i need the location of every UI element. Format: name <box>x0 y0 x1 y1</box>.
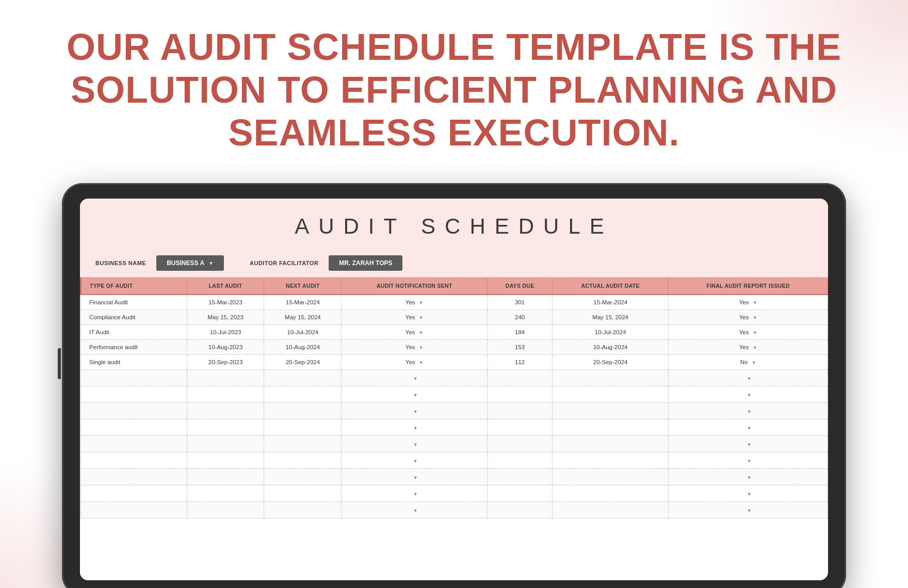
cell-notification[interactable]: Yes ▼ <box>342 355 488 370</box>
empty-cell-last <box>187 502 264 518</box>
empty-cell-report[interactable]: ▼ <box>669 403 828 419</box>
empty-cell-notif[interactable]: ▼ <box>342 436 488 452</box>
meta-info-row: BUSINESS NAME BUSINESS A ▼ AUDITOR FACIL… <box>80 249 828 277</box>
cell-type: IT Audit <box>81 325 187 340</box>
empty-cell-next <box>264 469 342 485</box>
cell-report-issued[interactable]: Yes ▼ <box>669 340 828 355</box>
empty-cell-notif[interactable]: ▼ <box>342 485 488 502</box>
business-dropdown-arrow: ▼ <box>208 260 214 266</box>
empty-cell-days <box>488 370 553 386</box>
cell-last-audit: May 15, 2023 <box>187 310 264 325</box>
cell-actual-date: 20-Sep-2024 <box>552 355 668 370</box>
cell-report-issued[interactable]: No ▼ <box>669 355 828 370</box>
empty-cell-days <box>488 403 553 419</box>
spreadsheet-title: AUDIT SCHEDULE <box>80 214 828 239</box>
col-notification-sent: AUDIT NOTIFICATION SENT <box>342 277 488 295</box>
empty-cell-report[interactable]: ▼ <box>669 469 828 485</box>
col-actual-date: ACTUAL AUDIT DATE <box>552 277 668 295</box>
empty-cell-next <box>264 436 342 452</box>
empty-cell-days <box>488 469 553 485</box>
cell-days-due: 153 <box>488 340 553 355</box>
cell-actual-date: 10-Aug-2024 <box>552 340 668 355</box>
cell-actual-date: May 15, 2024 <box>552 310 668 325</box>
empty-cell-days <box>488 502 553 518</box>
empty-table-row: ▼ ▼ <box>81 419 828 436</box>
empty-cell-last <box>187 419 264 436</box>
empty-cell-actual <box>552 502 668 518</box>
empty-cell-actual <box>552 386 668 403</box>
cell-report-issued[interactable]: Yes ▼ <box>669 325 828 340</box>
cell-notification[interactable]: Yes ▼ <box>342 310 488 325</box>
cell-notification[interactable]: Yes ▼ <box>342 295 488 310</box>
empty-table-row: ▼ ▼ <box>81 436 828 452</box>
empty-table-row: ▼ ▼ <box>81 403 828 419</box>
empty-table-row: ▼ ▼ <box>81 485 828 502</box>
empty-cell-actual <box>552 419 668 436</box>
cell-notification[interactable]: Yes ▼ <box>342 325 488 340</box>
empty-cell-type <box>81 386 187 403</box>
table-row: Financial Audit 15-Mar-2023 15-Mar-2024 … <box>81 295 828 310</box>
empty-cell-report[interactable]: ▼ <box>669 452 828 469</box>
empty-cell-type <box>81 452 187 469</box>
empty-cell-type <box>81 403 187 419</box>
cell-report-issued[interactable]: Yes ▼ <box>669 310 828 325</box>
cell-next-audit: 20-Sep-2024 <box>264 355 342 370</box>
col-days-due: DAYS DUE <box>488 277 553 295</box>
empty-cell-notif[interactable]: ▼ <box>342 502 488 518</box>
col-report-issued: FINAL AUDIT REPORT ISSUED <box>669 277 828 295</box>
cell-last-audit: 10-Aug-2023 <box>187 340 264 355</box>
cell-report-issued[interactable]: Yes ▼ <box>669 295 828 310</box>
auditor-label: AUDITOR FACILITATOR <box>250 260 318 266</box>
empty-cell-notif[interactable]: ▼ <box>342 386 488 403</box>
empty-cell-report[interactable]: ▼ <box>669 419 828 436</box>
cell-actual-date: 10-Jul-2024 <box>552 325 668 340</box>
empty-cell-type <box>81 370 187 386</box>
business-name-label: BUSINESS NAME <box>95 260 146 266</box>
empty-cell-type <box>81 469 187 485</box>
empty-cell-last <box>187 436 264 452</box>
table-row: Compliance Audit May 15, 2023 May 15, 20… <box>81 310 828 325</box>
tablet-device: AUDIT SCHEDULE BUSINESS NAME BUSINESS A … <box>62 183 846 588</box>
empty-cell-actual <box>552 436 668 452</box>
cell-type: Single audit <box>81 355 187 370</box>
tablet-side-button <box>58 348 61 379</box>
empty-cell-report[interactable]: ▼ <box>669 502 828 518</box>
cell-type: Financial Audit <box>81 295 187 310</box>
table-row: Single audit 20-Sep-2023 20-Sep-2024 Yes… <box>81 355 828 370</box>
empty-cell-next <box>264 502 342 518</box>
empty-cell-actual <box>552 452 668 469</box>
empty-cell-report[interactable]: ▼ <box>669 436 828 452</box>
hero-title: OUR AUDIT SCHEDULE TEMPLATE IS THE SOLUT… <box>0 0 908 169</box>
empty-cell-next <box>264 485 342 502</box>
cell-notification[interactable]: Yes ▼ <box>342 340 488 355</box>
empty-cell-notif[interactable]: ▼ <box>342 419 488 436</box>
spreadsheet-header: AUDIT SCHEDULE <box>80 199 828 249</box>
empty-cell-report[interactable]: ▼ <box>669 485 828 502</box>
col-last-audit: LAST AUDIT <box>187 277 264 295</box>
empty-cell-last <box>187 370 264 386</box>
empty-cell-report[interactable]: ▼ <box>669 386 828 403</box>
empty-cell-days <box>488 419 553 436</box>
empty-table-row: ▼ ▼ <box>81 370 828 386</box>
empty-cell-notif[interactable]: ▼ <box>342 370 488 386</box>
cell-next-audit: 10-Aug-2024 <box>264 340 342 355</box>
empty-cell-report[interactable]: ▼ <box>669 370 828 386</box>
cell-next-audit: May 15, 2024 <box>264 310 342 325</box>
empty-cell-notif[interactable]: ▼ <box>342 469 488 485</box>
cell-days-due: 240 <box>488 310 553 325</box>
spreadsheet-container: AUDIT SCHEDULE BUSINESS NAME BUSINESS A … <box>80 199 828 580</box>
cell-next-audit: 15-Mar-2024 <box>264 295 342 310</box>
empty-cell-actual <box>552 403 668 419</box>
auditor-value[interactable]: Mr. Zarah Tops <box>329 255 402 271</box>
empty-cell-actual <box>552 469 668 485</box>
table-header-row: TYPE OF AUDIT LAST AUDIT NEXT AUDIT AUDI… <box>81 277 828 295</box>
business-name-value[interactable]: BUSINESS A ▼ <box>156 255 224 271</box>
cell-days-due: 301 <box>488 295 553 310</box>
cell-type: Compliance Audit <box>81 310 187 325</box>
empty-table-row: ▼ ▼ <box>81 386 828 403</box>
empty-cell-days <box>488 452 553 469</box>
empty-cell-notif[interactable]: ▼ <box>342 452 488 469</box>
empty-cell-type <box>81 436 187 452</box>
empty-cell-notif[interactable]: ▼ <box>342 403 488 419</box>
empty-table-row: ▼ ▼ <box>81 502 828 518</box>
